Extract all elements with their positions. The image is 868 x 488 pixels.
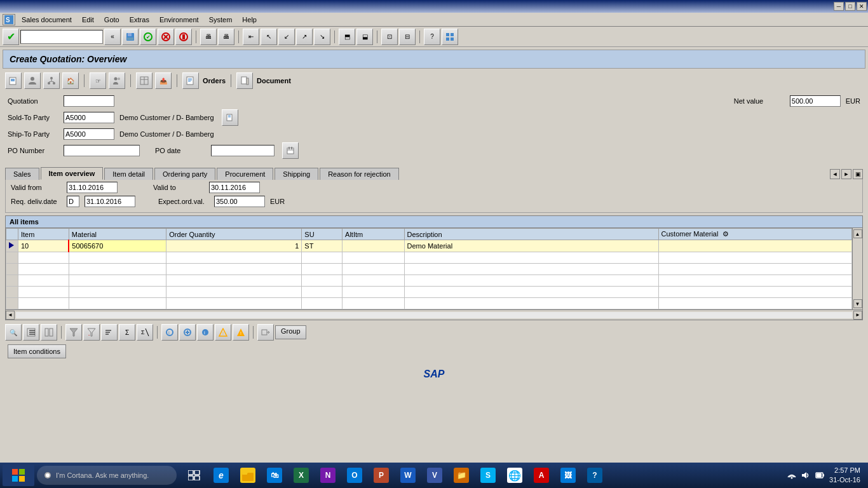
- icon3e-button[interactable]: !: [233, 324, 249, 341]
- group-button[interactable]: Group: [275, 325, 306, 339]
- visio-button[interactable]: V: [422, 464, 447, 487]
- list1-button[interactable]: [23, 324, 39, 341]
- req-deliv-date-input[interactable]: [85, 196, 135, 207]
- tab-item-detail[interactable]: Item detail: [104, 168, 153, 180]
- tab-ordering-party[interactable]: Ordering party: [154, 168, 215, 180]
- expect-ord-input[interactable]: [214, 196, 265, 207]
- tool2-button[interactable]: ↖: [261, 29, 277, 45]
- sold-to-document-button[interactable]: [222, 109, 238, 126]
- customize-button[interactable]: [442, 29, 458, 45]
- help-button[interactable]: ?: [424, 29, 440, 45]
- tab-reason-for-rejection[interactable]: Reason for rejection: [320, 168, 398, 180]
- tool6-button[interactable]: ⬒: [339, 29, 355, 45]
- menu-environment[interactable]: Environment: [154, 15, 204, 25]
- menu-goto[interactable]: Goto: [99, 15, 125, 25]
- icon3a-button[interactable]: i: [161, 324, 178, 341]
- tool5-button[interactable]: ↘: [314, 29, 330, 45]
- icon3b-button[interactable]: [179, 324, 196, 341]
- chrome-button[interactable]: 🌐: [502, 464, 527, 487]
- powerpoint-button[interactable]: P: [369, 464, 394, 487]
- tab-prev-button[interactable]: ◄: [830, 169, 840, 179]
- scroll-left-button[interactable]: ◄: [6, 311, 15, 320]
- tool9-button[interactable]: ⊟: [399, 29, 416, 45]
- tool7-button[interactable]: ⬓: [356, 29, 373, 45]
- excel-button[interactable]: X: [288, 464, 314, 487]
- people-button[interactable]: [24, 72, 41, 89]
- filter2-button[interactable]: -: [83, 324, 100, 341]
- po-date-input[interactable]: [211, 145, 275, 156]
- req-deliv-type-input[interactable]: [67, 196, 79, 207]
- valid-from-input[interactable]: [67, 182, 118, 193]
- icon3d-button[interactable]: !: [215, 324, 231, 341]
- tool3-button[interactable]: ↙: [278, 29, 295, 45]
- table-row[interactable]: 10 50065670 1 ST Demo Material: [6, 240, 852, 252]
- help2-button[interactable]: ?: [582, 464, 607, 487]
- close-button[interactable]: ✕: [857, 2, 867, 11]
- shortcut2-button[interactable]: [158, 29, 174, 45]
- tool1-button[interactable]: ⇤: [243, 29, 259, 45]
- icon3c-button[interactable]: i: [197, 324, 214, 341]
- subtotals-button[interactable]: Σ: [137, 324, 153, 341]
- tool8-button[interactable]: ⊡: [381, 29, 398, 45]
- edge-button[interactable]: e: [208, 464, 234, 487]
- shortcut3-button[interactable]: [175, 29, 192, 45]
- confirm-button[interactable]: ✔: [3, 29, 19, 45]
- tab-sales[interactable]: Sales: [5, 168, 39, 180]
- tab-shipping[interactable]: Shipping: [275, 168, 318, 180]
- maximize-button[interactable]: □: [845, 2, 855, 11]
- word-button[interactable]: W: [395, 464, 421, 487]
- group-arrow-button[interactable]: [257, 324, 274, 341]
- menu-help[interactable]: Help: [237, 15, 262, 25]
- minimize-button[interactable]: ─: [834, 2, 844, 11]
- save-button[interactable]: [122, 29, 139, 45]
- skype-button[interactable]: S: [475, 464, 501, 487]
- ship-to-input[interactable]: [64, 128, 114, 140]
- print-button[interactable]: 🖶: [200, 29, 217, 45]
- tab-next-button[interactable]: ►: [841, 169, 851, 179]
- scroll-up-button[interactable]: ▲: [853, 229, 862, 238]
- item-conditions-button[interactable]: Item conditions: [8, 344, 66, 358]
- zoom-in-button[interactable]: 🔍: [5, 324, 22, 341]
- orders-icon[interactable]: [182, 72, 199, 89]
- horizontal-scrollbar[interactable]: ◄ ►: [6, 309, 862, 320]
- calendar-button[interactable]: [282, 142, 299, 159]
- command-input[interactable]: [20, 30, 103, 44]
- start-button[interactable]: [3, 464, 34, 486]
- menu-extras[interactable]: Extras: [125, 15, 154, 25]
- title-bar-buttons[interactable]: ─ □ ✕: [834, 2, 867, 11]
- valid-to-input[interactable]: [209, 182, 260, 193]
- explorer-button[interactable]: [235, 464, 261, 487]
- store-button[interactable]: 🛍: [262, 464, 287, 487]
- tab-expand-button[interactable]: ▣: [853, 169, 863, 179]
- cortana-search[interactable]: I'm Cortana. Ask me anything.: [37, 466, 177, 485]
- photos-button[interactable]: 🖼: [555, 464, 581, 487]
- document-icon[interactable]: [236, 72, 253, 89]
- sort-button[interactable]: [101, 324, 118, 341]
- people2-button[interactable]: [109, 72, 125, 89]
- menu-system[interactable]: System: [204, 15, 238, 25]
- list2-button[interactable]: [41, 324, 57, 341]
- tab-procurement[interactable]: Procurement: [217, 168, 273, 180]
- outlook-button[interactable]: O: [342, 464, 367, 487]
- shortcut1-button[interactable]: ✔: [140, 29, 156, 45]
- sold-to-input[interactable]: [64, 112, 114, 123]
- table-button[interactable]: [136, 72, 153, 89]
- tool4-button[interactable]: ↗: [296, 29, 313, 45]
- po-number-input[interactable]: [64, 145, 140, 156]
- totals-button[interactable]: Σ: [119, 324, 135, 341]
- local-file-button[interactable]: [5, 72, 22, 89]
- taskview-button[interactable]: [182, 464, 207, 487]
- filter1-button[interactable]: [65, 324, 82, 341]
- menu-edit[interactable]: Edit: [77, 15, 99, 25]
- home-button[interactable]: 🏠: [62, 72, 79, 89]
- col-settings-icon[interactable]: ⚙: [722, 230, 729, 238]
- onenote-button[interactable]: N: [315, 464, 341, 487]
- org-button[interactable]: [43, 72, 60, 89]
- print2-button[interactable]: 🖶: [218, 29, 234, 45]
- export-button[interactable]: 📤: [155, 72, 172, 89]
- vertical-scrollbar[interactable]: ▲ ▼: [852, 228, 862, 309]
- back-arrow-button[interactable]: «: [104, 29, 121, 45]
- app1-button[interactable]: 📁: [449, 464, 474, 487]
- tab-item-overview[interactable]: Item overview: [41, 167, 104, 180]
- menu-sales-document[interactable]: Sales document: [17, 15, 77, 25]
